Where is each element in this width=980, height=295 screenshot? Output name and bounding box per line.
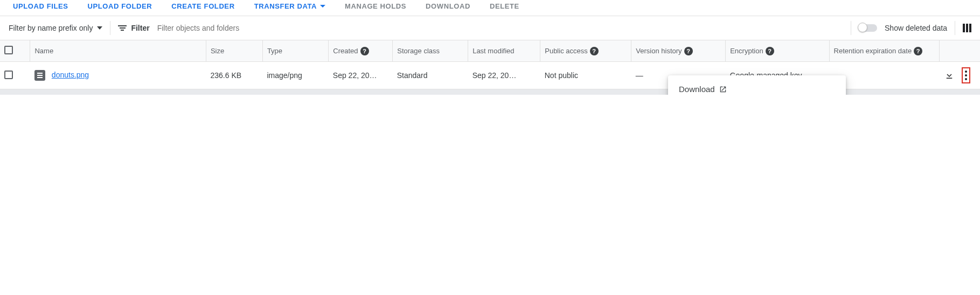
divider [851, 21, 851, 35]
create-folder-button[interactable]: CREATE FOLDER [171, 2, 234, 10]
cell-type: image/png [262, 62, 328, 89]
encryption-header-label: Encryption [730, 47, 763, 55]
help-icon[interactable]: ? [766, 47, 774, 55]
divider [955, 21, 955, 35]
toggle-knob [858, 23, 867, 32]
manage-holds-button[interactable]: MANAGE HOLDS [345, 2, 406, 10]
created-header-label: Created [333, 47, 358, 55]
filter-input[interactable] [157, 24, 843, 32]
menu-item-download[interactable]: Download [668, 80, 846, 95]
public-access-header-label: Public access [545, 47, 587, 55]
select-all-header [0, 40, 30, 62]
divider [110, 21, 110, 35]
cell-name: donuts.png [30, 62, 206, 89]
cell-created: Sep 22, 20… [329, 62, 393, 89]
cell-last-modified: Sep 22, 20… [468, 62, 540, 89]
filter-chip-label: Filter [131, 24, 149, 32]
transfer-data-button[interactable]: TRANSFER DATA [254, 2, 325, 10]
upload-files-button[interactable]: UPLOAD FILES [13, 2, 68, 10]
version-history-header-label: Version history [636, 47, 682, 55]
open-external-icon [719, 86, 727, 93]
table-header-row: Name Size Type Created? Storage class La… [0, 40, 980, 62]
right-controls: Show deleted data [851, 21, 971, 35]
transfer-data-label: TRANSFER DATA [254, 2, 317, 10]
cell-actions [939, 62, 980, 89]
filter-icon [118, 25, 127, 31]
more-actions-button[interactable] [962, 67, 970, 83]
show-deleted-toggle[interactable] [859, 24, 877, 32]
public-access-header[interactable]: Public access? [540, 40, 631, 62]
last-modified-header[interactable]: Last modified [468, 40, 540, 62]
action-bar: UPLOAD FILES UPLOAD FOLDER CREATE FOLDER… [0, 0, 980, 16]
actions-header [939, 40, 980, 62]
encryption-header[interactable]: Encryption? [726, 40, 829, 62]
filter-bar: Filter by name prefix only Filter Show d… [0, 16, 980, 40]
object-icon [34, 70, 45, 81]
filter-mode-dropdown[interactable]: Filter by name prefix only [9, 24, 102, 32]
size-header[interactable]: Size [206, 40, 262, 62]
show-deleted-label: Show deleted data [885, 24, 947, 32]
storage-class-header[interactable]: Storage class [393, 40, 468, 62]
retention-header-label: Retention expiration date [834, 47, 912, 55]
help-icon[interactable]: ? [590, 47, 599, 55]
name-header[interactable]: Name [30, 40, 206, 62]
cell-storage-class: Standard [393, 62, 468, 89]
row-checkbox[interactable] [4, 71, 13, 79]
object-link[interactable]: donuts.png [52, 71, 89, 79]
filter-mode-label: Filter by name prefix only [9, 24, 93, 32]
download-icon[interactable] [944, 71, 954, 80]
cell-size: 236.6 KB [206, 62, 262, 89]
cell-public-access: Not public [540, 62, 631, 89]
delete-button[interactable]: DELETE [490, 2, 519, 10]
type-header[interactable]: Type [262, 40, 328, 62]
retention-header[interactable]: Retention expiration date? [829, 40, 939, 62]
column-picker-button[interactable] [963, 24, 971, 32]
menu-item-label: Download [679, 85, 715, 94]
version-history-header[interactable]: Version history? [631, 40, 726, 62]
context-menu: Download Copy Authenticated URL Copy gsu… [668, 75, 846, 95]
upload-folder-button[interactable]: UPLOAD FOLDER [88, 2, 152, 10]
help-icon[interactable]: ? [360, 47, 369, 55]
filter-chip[interactable]: Filter [118, 24, 149, 32]
created-header[interactable]: Created? [329, 40, 393, 62]
help-icon[interactable]: ? [914, 47, 922, 55]
download-button[interactable]: DOWNLOAD [426, 2, 470, 10]
select-all-checkbox[interactable] [4, 46, 13, 54]
help-icon[interactable]: ? [684, 47, 693, 55]
chevron-down-icon [97, 26, 102, 30]
chevron-down-icon [320, 5, 325, 8]
